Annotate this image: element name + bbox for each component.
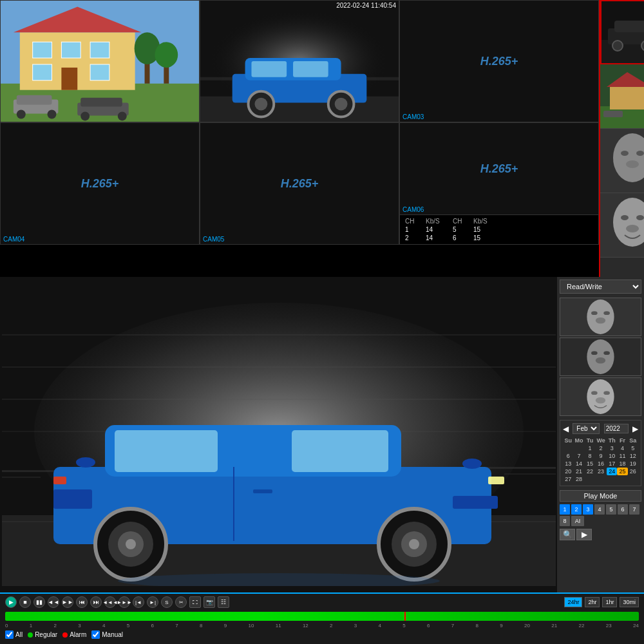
cal-day[interactable]: 22: [585, 468, 595, 475]
snapshot-btn[interactable]: 📷: [204, 596, 215, 608]
cam06-cell[interactable]: H.265+ CAM06: [400, 123, 598, 214]
cal-day[interactable]: 20: [563, 468, 573, 475]
ch-btn-2[interactable]: 2: [571, 504, 582, 515]
prev-clip-btn[interactable]: |◄: [133, 596, 144, 608]
svg-rect-8: [90, 64, 109, 80]
cal-prev-btn[interactable]: ◀: [563, 424, 569, 433]
cal-day[interactable]: 6: [563, 452, 573, 460]
clip-btn[interactable]: ✂: [175, 596, 187, 608]
cal-day[interactable]: 28: [573, 475, 584, 483]
timeline[interactable]: [5, 612, 639, 621]
cal-day[interactable]: 5: [628, 444, 638, 452]
svg-rect-70: [292, 430, 388, 472]
cal-day[interactable]: 12: [628, 452, 638, 460]
cal-day[interactable]: 18: [617, 460, 627, 468]
ch-btn-5[interactable]: 5: [606, 504, 616, 515]
svg-point-53: [621, 215, 629, 220]
cal-day[interactable]: 21: [573, 468, 584, 475]
timeline-markers: 0123456789101112234567892021222324: [0, 622, 644, 629]
rw-dropdown[interactable]: Read/Write: [560, 279, 641, 294]
cal-day[interactable]: 4: [617, 444, 627, 452]
search-icon-btn[interactable]: 🔍: [560, 529, 575, 540]
svg-point-49: [636, 151, 644, 156]
ch-btn-1[interactable]: 1: [560, 504, 570, 515]
cal-day[interactable]: 14: [573, 460, 584, 468]
legend-manual[interactable]: Manual: [91, 630, 123, 639]
svg-point-39: [612, 41, 623, 51]
cam03-cell[interactable]: H.265+ CAM03: [399, 0, 599, 122]
cam06-codec: H.265+: [480, 162, 518, 176]
cal-day[interactable]: 11: [617, 452, 627, 460]
pause-btn[interactable]: ▮▮: [33, 596, 45, 608]
legend-regular[interactable]: Regular: [28, 631, 57, 638]
cal-day[interactable]: 17: [607, 460, 617, 468]
ch-btn-7[interactable]: 7: [629, 504, 639, 515]
cal-day[interactable]: 7: [573, 452, 584, 460]
cal-day[interactable]: 24: [607, 468, 617, 475]
cal-day[interactable]: 27: [563, 475, 573, 483]
play-icon-btn[interactable]: ▶: [576, 529, 592, 540]
sidebar-thumb-3[interactable]: [600, 129, 644, 193]
sidebar-thumb-1[interactable]: [600, 0, 644, 64]
slow-btn[interactable]: S: [161, 596, 173, 608]
ch-btn-8[interactable]: 8: [560, 516, 570, 526]
cal-day[interactable]: 2: [595, 444, 607, 452]
legend-alarm[interactable]: Alarm: [62, 631, 86, 638]
legend-all-check[interactable]: [5, 630, 14, 639]
legend-all[interactable]: All: [5, 630, 23, 639]
skip-fwd-btn[interactable]: ⏭: [90, 596, 102, 608]
cal-next-btn[interactable]: ▶: [632, 424, 638, 433]
time-btn-24hr[interactable]: 24hr: [564, 597, 582, 607]
cal-day: [573, 444, 584, 452]
cal-day[interactable]: 1: [585, 444, 595, 452]
ch-btn-6[interactable]: 6: [618, 504, 628, 515]
cam04-cell[interactable]: H.265+ CAM04: [0, 122, 200, 245]
next-clip-btn[interactable]: ►|: [147, 596, 158, 608]
time-btn-1hr[interactable]: 1hr: [602, 597, 617, 607]
svg-point-91: [591, 311, 598, 315]
time-btn-2hr[interactable]: 2hr: [585, 597, 600, 607]
cam03-codec: H.265+: [480, 55, 518, 68]
grid-btn[interactable]: ☷: [218, 596, 229, 608]
cal-day[interactable]: 26: [628, 468, 638, 475]
fwd-btn[interactable]: ►►►: [118, 596, 130, 608]
cam01-cell[interactable]: [0, 0, 200, 122]
cal-year-input[interactable]: [604, 424, 629, 433]
cal-day[interactable]: 13: [563, 460, 573, 468]
legend-regular-label: Regular: [35, 631, 57, 638]
cal-day[interactable]: 8: [585, 452, 595, 460]
rwd-btn[interactable]: ◄◄◄: [104, 596, 116, 608]
sidebar-thumb-4[interactable]: [600, 193, 644, 258]
cam02-cell[interactable]: 2022-02-24 11:40:54: [200, 0, 399, 122]
cal-day[interactable]: 16: [595, 460, 607, 468]
ch-btn-4[interactable]: 4: [594, 504, 605, 515]
ch-btn-ai[interactable]: AI: [571, 516, 584, 526]
main-viewer[interactable]: [0, 277, 557, 592]
time-btn-30mi[interactable]: 30mi: [620, 597, 639, 607]
cal-day[interactable]: 23: [595, 468, 607, 475]
cal-day[interactable]: 19: [628, 460, 638, 468]
ch-btn-3[interactable]: 3: [583, 504, 593, 515]
cal-day[interactable]: 15: [585, 460, 595, 468]
next-frame-btn[interactable]: ►►: [62, 596, 73, 608]
svg-rect-34: [366, 77, 399, 80]
face-thumb-1[interactable]: [560, 298, 641, 336]
face-thumb-2[interactable]: [560, 337, 641, 376]
skip-back-btn[interactable]: ⏮: [76, 596, 88, 608]
stop-btn[interactable]: ■: [19, 596, 31, 608]
prev-frame-btn[interactable]: ◄◄: [48, 596, 59, 608]
cal-day[interactable]: 25: [617, 468, 627, 475]
cal-th-sa: Sa: [628, 437, 638, 444]
face-thumb-3[interactable]: [560, 377, 641, 416]
sidebar-thumb-2[interactable]: [600, 64, 644, 129]
cal-day[interactable]: 10: [607, 452, 617, 460]
legend-alarm-label: Alarm: [70, 631, 86, 638]
legend-manual-check[interactable]: [91, 630, 100, 639]
cam05-cell[interactable]: H.265+ CAM05: [200, 122, 399, 245]
play-btn[interactable]: ▶: [5, 596, 17, 608]
cal-month-select[interactable]: Feb: [573, 423, 600, 434]
fullscreen-btn[interactable]: ⛶: [189, 596, 201, 608]
cal-day[interactable]: 3: [607, 444, 617, 452]
cal-day[interactable]: 9: [595, 452, 607, 460]
svg-rect-84: [53, 477, 66, 484]
